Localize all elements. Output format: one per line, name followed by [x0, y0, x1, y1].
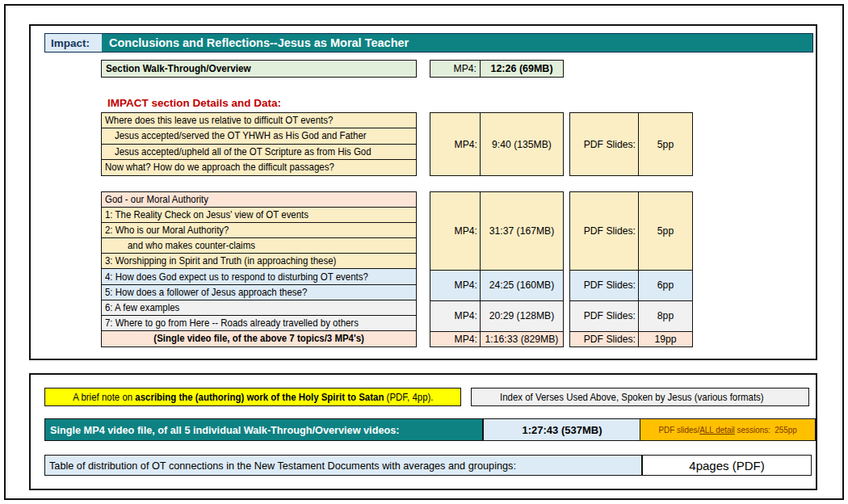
topic-row: 2: Who is our Moral Authority?	[102, 223, 416, 238]
verse-index-cell: Index of Verses Used Above, Spoken by Je…	[471, 388, 809, 406]
mp4-label: MP4:	[430, 192, 481, 270]
holy-spirit-note: A brief note on ascribing the (authoring…	[44, 388, 461, 406]
mp4-group: MP4: 31:37 (167MB)	[430, 192, 563, 270]
topic-row: 1: The Reality Check on Jesus' view of O…	[102, 208, 416, 223]
pdf-column-table-1: PDF Slides: 5pp	[569, 112, 693, 176]
distribution-table-label: Table of distribution of OT connections …	[44, 455, 642, 476]
topic-row: Jesus accepted/served the OT YHWH as His…	[102, 128, 416, 144]
topic-row: God - our Moral Authority	[102, 192, 416, 208]
mp4-column-table-2: MP4: 31:37 (167MB) MP4: 24:25 (160MB) MP…	[430, 191, 564, 347]
topic-row: Jesus accepted/upheld all of the OT Scri…	[102, 145, 416, 160]
single-mp4-banner: Single MP4 video file, of all 5 individu…	[44, 418, 483, 441]
mp4-value: 12:26 (69MB)	[481, 61, 563, 77]
mp4-value: 24:25 (160MB)	[481, 271, 563, 300]
topic-row: (Single video file, of the above 7 topic…	[102, 331, 416, 346]
note-prefix: A brief note on	[73, 392, 135, 403]
mp4-column-table-1: MP4: 9:40 (135MB)	[430, 112, 564, 176]
pdf-slides-value: 6pp	[639, 271, 692, 300]
pdf-all-detail-cell: PDF slides/ALL detail sessions: 255pp	[640, 418, 816, 441]
mp4-group: MP4: 9:40 (135MB)	[430, 113, 563, 175]
topic-row: 7: Where to go from Here -- Roads alread…	[102, 316, 416, 331]
walkthrough-overview-label: Section Walk-Through/Overview	[101, 60, 417, 78]
mp4-group: MP4: 24:25 (160MB)	[430, 270, 563, 300]
pdf-group: PDF Slides: 6pp	[570, 270, 692, 300]
mp4-group: MP4: 20:29 (128MB)	[430, 300, 563, 331]
mp4-value: 20:29 (128MB)	[481, 301, 563, 331]
single-mp4-duration: 1:27:43 (537MB)	[483, 418, 641, 441]
mp4-value: 1:16:33 (829MB)	[481, 332, 563, 346]
distribution-table-pages: 4pages (PDF)	[642, 455, 812, 476]
topic-table-2: God - our Moral Authority 1: The Reality…	[101, 191, 417, 347]
pdf-slides-label: PDF Slides:	[570, 113, 639, 175]
pdf-group: PDF Slides: 8pp	[570, 300, 692, 331]
mp4-label: MP4:	[430, 332, 481, 346]
details-heading: IMPACT section Details and Data:	[107, 97, 281, 109]
pdf-all-suffix: sessions: 255pp	[735, 425, 797, 435]
pdf-slides-label: PDF Slides:	[570, 271, 639, 300]
topic-row: 4: How does God expect us to respond to …	[102, 269, 416, 284]
pdf-slides-value: 5pp	[639, 113, 692, 175]
topic-row: Now what? How do we approach the difficu…	[102, 160, 416, 175]
pdf-slides-label: PDF Slides:	[570, 301, 639, 331]
section-header-bar: Impact: Conclusions and Reflections--Jes…	[44, 33, 813, 52]
topic-row: and who makes counter-claims	[102, 238, 416, 254]
mp4-value: 9:40 (135MB)	[481, 113, 563, 175]
pdf-slides-value: 5pp	[639, 192, 692, 270]
pdf-slides-value: 8pp	[639, 301, 692, 331]
pdf-slides-value: 19pp	[639, 332, 692, 346]
pdf-all-prefix: PDF slides/	[658, 425, 699, 435]
section-title-banner: Conclusions and Reflections--Jesus as Mo…	[102, 34, 812, 52]
topic-row: 6: A few examples	[102, 300, 416, 316]
mp4-label: MP4:	[430, 61, 481, 77]
pdf-all-underlined: ALL detail	[699, 425, 735, 435]
impact-label: Impact:	[45, 34, 102, 52]
topic-row: Where does this leave us relative to dif…	[102, 113, 416, 128]
mp4-label: MP4:	[430, 113, 481, 175]
pdf-group: PDF Slides: 5pp	[570, 113, 692, 175]
note-bold: ascribing the (authoring) work of the Ho…	[135, 392, 384, 403]
mp4-group: MP4: 1:16:33 (829MB)	[430, 331, 563, 346]
note-suffix: (PDF, 4pp).	[384, 392, 433, 403]
pdf-column-table-2: PDF Slides: 5pp PDF Slides: 6pp PDF Slid…	[569, 191, 693, 347]
pdf-slides-label: PDF Slides:	[570, 192, 639, 270]
impact-section-panel: Impact: Conclusions and Reflections--Jes…	[29, 24, 817, 360]
pdf-group: PDF Slides: 19pp	[570, 331, 692, 346]
mp4-label: MP4:	[430, 271, 481, 300]
topic-table-1: Where does this leave us relative to dif…	[101, 112, 417, 176]
mp4-value: 31:37 (167MB)	[481, 192, 563, 270]
footer-panel: A brief note on ascribing the (authoring…	[29, 373, 817, 490]
topic-row: 5: How does a follower of Jesus approach…	[102, 285, 416, 300]
pdf-group: PDF Slides: 5pp	[570, 192, 692, 270]
pdf-slides-label: PDF Slides:	[570, 332, 639, 346]
topic-row: 3: Worshipping in Spirit and Truth (in a…	[102, 254, 416, 269]
walkthrough-overview-mp4-chip: MP4: 12:26 (69MB)	[430, 60, 564, 78]
mp4-label: MP4:	[430, 301, 481, 331]
